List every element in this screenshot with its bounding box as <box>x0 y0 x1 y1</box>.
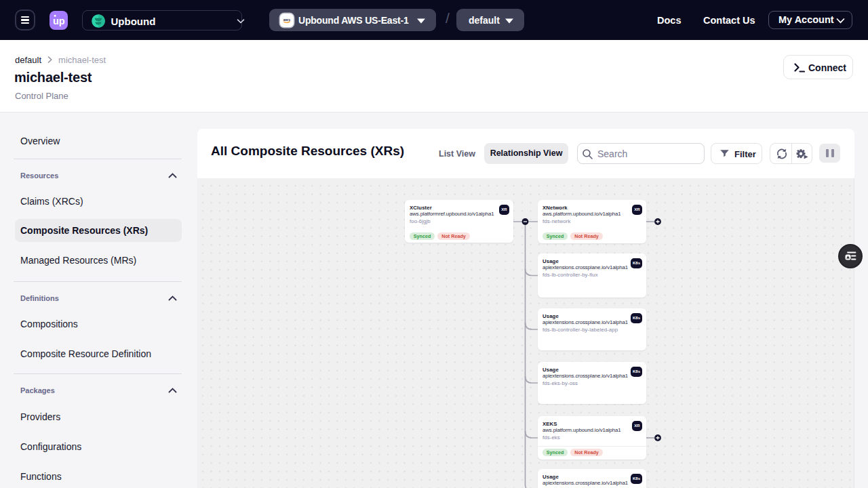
svg-text:aws: aws <box>283 17 290 21</box>
svg-text:up: up <box>52 16 64 26</box>
